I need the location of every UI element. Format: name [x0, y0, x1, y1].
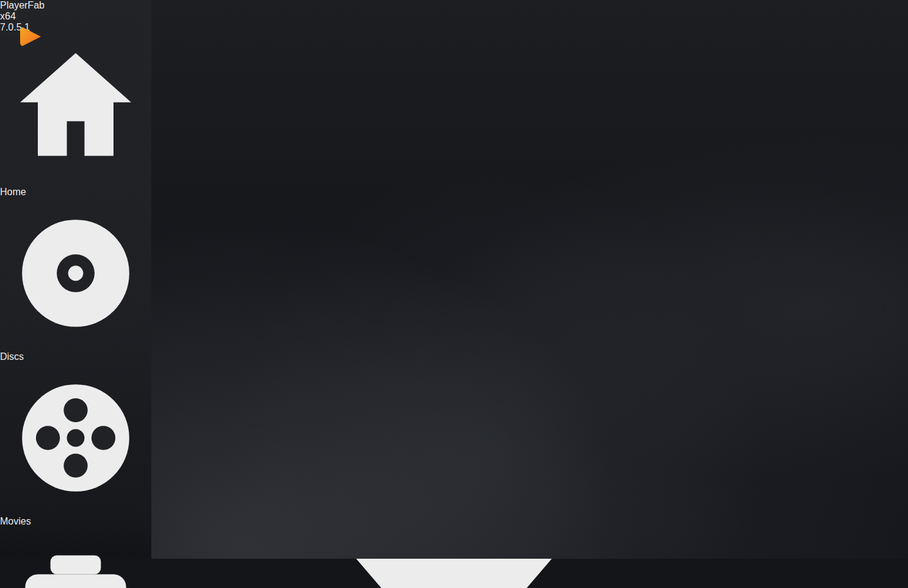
app-arch: x64: [0, 11, 151, 22]
home-icon: [0, 176, 151, 186]
sidebar-item-home[interactable]: Home: [0, 33, 151, 198]
playerfab-logo-icon: [17, 24, 41, 48]
sidebar-item-label: Movies: [0, 516, 31, 526]
playerfab-window: PlayerFab x64 7.0.5.1 Home Discs Movies: [0, 0, 908, 588]
app-name: PlayerFab: [0, 0, 151, 11]
sidebar-item-label: Home: [0, 187, 26, 197]
sidebar-item-movies[interactable]: Movies: [0, 362, 151, 527]
main-background: [151, 0, 908, 559]
sidebar: PlayerFab x64 7.0.5.1 Home Discs Movies: [0, 0, 151, 559]
disc-icon: [0, 340, 151, 351]
sidebar-item-discs[interactable]: Discs: [0, 198, 151, 362]
film-reel-icon: [0, 505, 151, 515]
sidebar-item-collections[interactable]: Collections: [0, 527, 151, 588]
sidebar-item-label: Discs: [0, 351, 24, 362]
